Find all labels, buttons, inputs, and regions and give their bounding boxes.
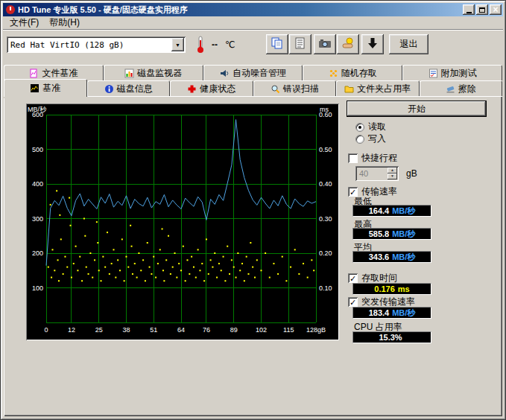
copy-text-button[interactable] [289,34,311,54]
svg-text:400: 400 [32,180,43,188]
folder-icon [344,84,354,94]
svg-text:300: 300 [32,215,43,223]
read-radio[interactable]: 读取 [355,121,386,133]
tab-label: 基准 [42,82,60,95]
menu-file[interactable]: 文件(F) [4,16,44,30]
content-panel: MB/秒ms1002003004005006000.100.200.300.40… [4,96,502,416]
tab-disk-info[interactable]: 磁盘信息 [87,80,171,96]
caption-buttons: × [463,4,502,15]
short-stroke-unit: gB [406,168,417,179]
tab-benchmark[interactable]: 基准 [4,79,87,97]
donate-button[interactable] [337,34,359,54]
screenshot-button[interactable] [314,34,336,54]
hd-tune-window: HD Tune 专业版 5.50 - 硬盘/固态硬盘实用程序 × 文件(F) 帮… [0,0,506,420]
svg-text:25: 25 [95,326,103,334]
copy-text-icon [294,36,307,52]
tab-disk-monitor[interactable]: 磁盘监视器 [104,65,203,80]
menu-help[interactable]: 帮助(H) [44,16,85,30]
write-radio-label: 写入 [368,133,386,145]
drive-select-value: Red Hat VirtIO (128 gB) [7,40,171,50]
svg-text:0.40: 0.40 [319,180,332,188]
tab-label: 错误扫描 [283,83,319,95]
tab-folder-usage[interactable]: 文件夹占用率 [336,80,420,96]
svg-text:128gB: 128gB [306,326,326,334]
svg-text:102: 102 [256,326,267,334]
tab-aam[interactable]: 自动噪音管理 [203,65,303,80]
access-time-value: 0.176ms [352,283,431,295]
svg-text:115: 115 [283,326,294,334]
start-button[interactable]: 开始 [347,101,487,117]
window-title: HD Tune 专业版 5.50 - 硬盘/固态硬盘实用程序 [18,4,463,16]
tab-row-secondary: 文件基准 磁盘监视器 自动噪音管理 随机存取 附加测试 [4,65,502,80]
temperature-value: -- [212,39,218,50]
tab-label: 健康状态 [200,83,235,95]
exit-button-label: 退出 [400,38,418,51]
radio-icon [355,135,364,144]
maximize-button[interactable] [476,4,488,15]
titlebar: HD Tune 专业版 5.50 - 硬盘/固态硬盘实用程序 × [3,3,503,16]
svg-text:51: 51 [150,326,157,334]
thermometer-icon [195,35,206,54]
tab-label: 自动噪音管理 [233,67,286,80]
write-radio[interactable]: 写入 [355,133,386,145]
min-value: 164.4MB/秒 [352,205,431,217]
speaker-icon [220,69,230,78]
random-access-icon [329,69,338,78]
svg-text:64: 64 [177,326,185,334]
tab-file-benchmark[interactable]: 文件基准 [4,65,104,80]
tab-extra-tests[interactable]: 附加测试 [402,65,502,80]
tab-erase[interactable]: 擦除 [420,80,503,96]
svg-text:0.20: 0.20 [319,249,332,257]
read-radio-label: 读取 [368,121,386,133]
avg-value: 343.6MB/秒 [352,251,431,263]
disk-monitor-icon [124,69,134,78]
benchmark-icon [30,83,39,93]
app-icon [5,4,16,15]
tab-label: 擦除 [458,83,476,95]
drive-select[interactable]: Red Hat VirtIO (128 gB) ▼ [7,36,186,53]
spinner-buttons: ▲ ▼ [388,168,397,179]
tab-random-access[interactable]: 随机存取 [303,65,402,80]
tab-row-primary: 基准 磁盘信息 健康状态 错误扫描 文件夹占用率 [4,80,502,96]
eraser-icon [446,84,455,94]
radio-icon [355,123,364,132]
info-icon [104,84,114,94]
svg-text:600: 600 [32,111,43,118]
health-cross-icon [187,84,197,94]
magnifier-icon [271,84,280,94]
file-benchmark-icon [29,69,39,78]
tab-label: 附加测试 [441,67,477,80]
tab-error-scan[interactable]: 错误扫描 [253,80,337,96]
short-stroke-label: 快捷行程 [361,152,397,165]
toolbar: Red Hat VirtIO (128 gB) ▼ -- ℃ [3,31,503,60]
svg-text:76: 76 [203,326,210,334]
svg-text:38: 38 [122,326,130,334]
checkbox-icon: ✓ [348,297,358,307]
menubar: 文件(F) 帮助(H) [3,16,503,30]
tab-label: 随机存取 [341,67,377,80]
scroll-results-button[interactable] [361,34,384,54]
minimize-button[interactable] [463,4,475,15]
camera-icon [318,36,332,52]
spinner-down-icon[interactable]: ▼ [388,174,397,179]
checkbox-icon: ✓ [348,153,358,163]
short-stroke-spinner[interactable]: 40 ▲ ▼ [355,166,399,181]
tab-health[interactable]: 健康状态 [170,80,253,96]
short-stroke-value: 40 [355,169,388,178]
tab-label: 磁盘信息 [117,83,153,95]
tab-label: 文件夹占用率 [357,83,411,95]
chevron-down-icon[interactable]: ▼ [171,38,184,51]
copy-image-button[interactable] [266,34,288,54]
maximize-icon [479,7,485,13]
tab-label: 文件基准 [42,67,78,80]
tab-label: 磁盘监视器 [137,67,182,80]
spinner-up-icon[interactable]: ▲ [388,168,397,174]
exit-button[interactable]: 退出 [389,34,428,54]
benchmark-chart: MB/秒ms1002003004005006000.100.200.300.40… [26,104,339,340]
checkbox-icon: ✓ [348,273,358,283]
close-button[interactable]: × [490,4,502,15]
svg-text:12: 12 [68,326,75,334]
max-value: 585.8MB/秒 [352,228,431,240]
close-icon: × [493,6,498,13]
short-stroke-checkbox[interactable]: ✓ 快捷行程 [348,152,397,165]
